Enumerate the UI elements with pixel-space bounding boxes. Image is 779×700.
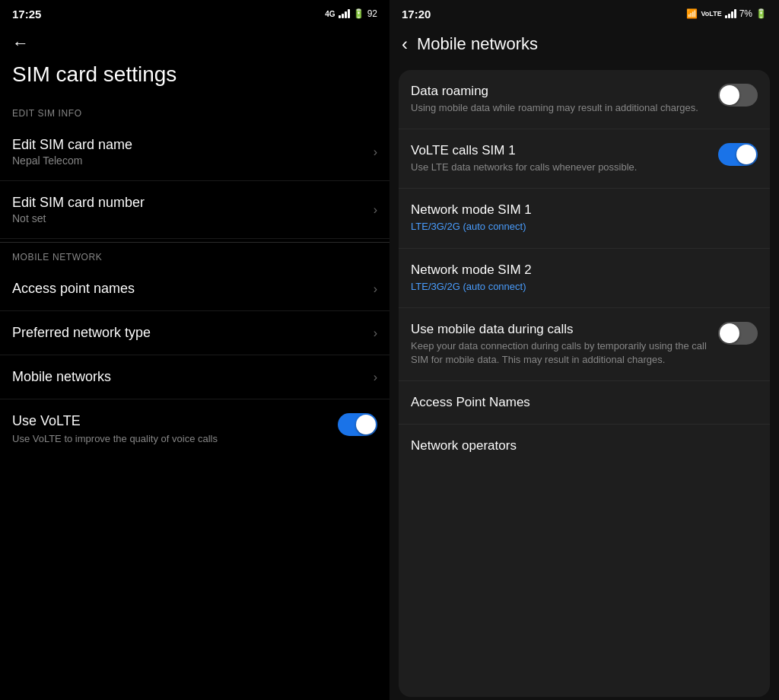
- access-point-names-title: Access point names: [12, 281, 374, 297]
- volte-title: Use VoLTE: [12, 413, 326, 429]
- volte-calls-title: VoLTE calls SIM 1: [411, 143, 709, 158]
- data-roaming-toggle[interactable]: [718, 84, 758, 107]
- right-status-icons: 📶 VoLTE 7% 🔋: [686, 8, 767, 19]
- edit-sim-number-right: ›: [374, 203, 377, 217]
- left-status-icons: 4G 🔋 92: [325, 8, 377, 19]
- network-mode-sim2-text: Network mode SIM 2 LTE/3G/2G (auto conne…: [411, 262, 758, 294]
- toggle-knob: [356, 415, 376, 434]
- data-roaming-item[interactable]: Data roaming Using mobile data while roa…: [399, 70, 770, 129]
- network-mode-sim2-item[interactable]: Network mode SIM 2 LTE/3G/2G (auto conne…: [399, 249, 770, 308]
- right-back-button[interactable]: ‹: [402, 33, 408, 55]
- toggle-knob: [720, 85, 739, 105]
- edit-sim-number-text: Edit SIM card number Not set: [12, 195, 374, 224]
- divider: [0, 242, 390, 243]
- access-point-text: Access point names: [12, 281, 374, 297]
- right-page-title: Mobile networks: [417, 34, 538, 54]
- volte-item[interactable]: Use VoLTE Use VoLTE to improve the quali…: [0, 399, 390, 460]
- mobile-data-calls-subtitle: Keep your data connection during calls b…: [411, 339, 709, 367]
- right-panel: 17:20 📶 VoLTE 7% 🔋 ‹ Mobile networks Dat…: [390, 0, 779, 700]
- network-type-icon: 4G: [325, 10, 335, 18]
- access-point-names-text: Access Point Names: [411, 395, 758, 410]
- volte-desc: Use VoLTE to improve the quality of voic…: [12, 432, 326, 446]
- page-title: SIM card settings: [0, 56, 390, 102]
- mobile-data-calls-title: Use mobile data during calls: [411, 322, 709, 337]
- edit-sim-name-right: ›: [374, 145, 377, 159]
- access-point-right: ›: [374, 282, 377, 296]
- volte-text: Use VoLTE Use VoLTE to improve the quali…: [12, 413, 338, 446]
- mobile-data-calls-toggle[interactable]: [718, 322, 758, 345]
- volte-toggle[interactable]: [338, 413, 377, 436]
- access-point-names-item[interactable]: Access Point Names: [399, 381, 770, 425]
- mobile-networks-right: ›: [374, 371, 377, 384]
- preferred-network-right: ›: [374, 326, 377, 340]
- right-header: ‹ Mobile networks: [390, 24, 779, 67]
- signal-icon: [339, 9, 350, 18]
- data-roaming-title: Data roaming: [411, 84, 709, 99]
- toggle-knob: [720, 323, 739, 343]
- chevron-icon: ›: [374, 282, 377, 296]
- network-mode-sim2-subtitle: LTE/3G/2G (auto connect): [411, 280, 749, 294]
- network-mode-sim1-subtitle: LTE/3G/2G (auto connect): [411, 220, 749, 234]
- edit-sim-card-number-title: Edit SIM card number: [12, 195, 374, 211]
- volte-status-icon: VoLTE: [701, 10, 721, 18]
- battery-icon: 🔋: [353, 8, 364, 19]
- toggle-knob: [736, 145, 756, 164]
- section-edit-sim-info: EDIT SIM INFO: [0, 102, 390, 123]
- status-bar-right: 17:20 📶 VoLTE 7% 🔋: [390, 0, 779, 24]
- access-point-names-title: Access Point Names: [411, 395, 749, 410]
- network-mode-sim1-title: Network mode SIM 1: [411, 202, 749, 218]
- right-time: 17:20: [402, 8, 431, 21]
- data-roaming-text: Data roaming Using mobile data while roa…: [411, 84, 718, 115]
- volte-calls-toggle[interactable]: [718, 143, 758, 166]
- network-operators-item[interactable]: Network operators: [399, 425, 770, 467]
- access-point-names-item[interactable]: Access point names ›: [0, 267, 390, 311]
- mobile-data-calls-item[interactable]: Use mobile data during calls Keep your d…: [399, 308, 770, 381]
- left-panel: 17:25 4G 🔋 92 ← SIM card settings EDIT S…: [0, 0, 390, 700]
- network-operators-text: Network operators: [411, 438, 758, 453]
- edit-sim-name-text: Edit SIM card name Nepal Telecom: [12, 137, 374, 167]
- mobile-data-calls-text: Use mobile data during calls Keep your d…: [411, 322, 718, 367]
- battery-percent: 92: [367, 8, 377, 19]
- battery-icon-right: 🔋: [755, 8, 767, 19]
- mobile-networks-item[interactable]: Mobile networks ›: [0, 355, 390, 399]
- volte-calls-subtitle: Use LTE data networks for calls whenever…: [411, 161, 709, 174]
- chevron-icon: ›: [374, 371, 377, 384]
- network-operators-title: Network operators: [411, 438, 749, 453]
- left-time: 17:25: [12, 8, 41, 21]
- edit-sim-card-name-item[interactable]: Edit SIM card name Nepal Telecom ›: [0, 123, 390, 181]
- mobile-networks-text: Mobile networks: [12, 369, 374, 385]
- edit-sim-card-number-value: Not set: [12, 212, 374, 224]
- network-mode-sim1-text: Network mode SIM 1 LTE/3G/2G (auto conne…: [411, 202, 758, 234]
- edit-sim-card-name-title: Edit SIM card name: [12, 137, 374, 153]
- edit-sim-card-name-value: Nepal Telecom: [12, 154, 374, 167]
- wifi-icon: 📶: [686, 8, 698, 19]
- chevron-icon: ›: [374, 145, 377, 159]
- signal-icon: [725, 9, 736, 18]
- section-mobile-network: MOBILE NETWORK: [0, 246, 390, 267]
- status-bar-left: 17:25 4G 🔋 92: [0, 0, 390, 24]
- preferred-network-type-item[interactable]: Preferred network type ›: [0, 311, 390, 355]
- mobile-networks-card: Data roaming Using mobile data while roa…: [399, 70, 770, 697]
- network-mode-sim1-item[interactable]: Network mode SIM 1 LTE/3G/2G (auto conne…: [399, 189, 770, 248]
- network-mode-sim2-title: Network mode SIM 2: [411, 262, 749, 278]
- data-roaming-subtitle: Using mobile data while roaming may resu…: [411, 101, 709, 115]
- volte-calls-text: VoLTE calls SIM 1 Use LTE data networks …: [411, 143, 718, 174]
- edit-sim-card-number-item[interactable]: Edit SIM card number Not set ›: [0, 181, 390, 239]
- preferred-network-type-title: Preferred network type: [12, 325, 374, 341]
- chevron-icon: ›: [374, 326, 377, 340]
- preferred-network-text: Preferred network type: [12, 325, 374, 341]
- volte-calls-sim1-item[interactable]: VoLTE calls SIM 1 Use LTE data networks …: [399, 129, 770, 189]
- mobile-networks-title: Mobile networks: [12, 369, 374, 385]
- back-button[interactable]: ←: [0, 24, 390, 56]
- battery-percent-right: 7%: [739, 8, 752, 19]
- chevron-icon: ›: [374, 203, 377, 217]
